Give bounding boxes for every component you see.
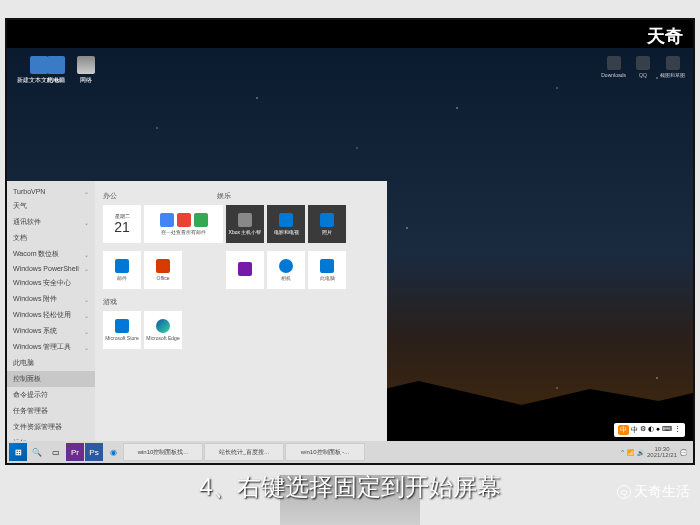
tray-notification-icon[interactable]: 💬 — [680, 449, 687, 456]
taskbar-app-ps[interactable]: Ps — [85, 443, 103, 461]
ime-indicator: 中 — [618, 425, 629, 435]
start-menu: TurboVPN⌄ 天气 通讯软件⌄ 文档 Wacom 数位板⌄ Windows… — [7, 181, 387, 441]
start-item[interactable]: 天气 — [7, 198, 95, 214]
tray-qq-icon[interactable]: QQ — [636, 56, 650, 78]
google-suite-tile[interactable]: 在一处查看所有邮件 — [144, 205, 223, 243]
tutorial-caption: 4、右键选择固定到开始屏幕 — [0, 471, 700, 503]
taskbar-app-pr[interactable]: Pr — [66, 443, 84, 461]
start-item[interactable]: 命令提示符 — [7, 387, 95, 403]
tray-snip-icon[interactable]: 截图和草图 — [660, 56, 685, 78]
mail-tile[interactable]: 邮件 — [103, 251, 141, 289]
ime-btn: 中 — [631, 425, 638, 435]
tray-chevron-icon[interactable]: ^ — [621, 449, 624, 455]
start-item[interactable]: Windows 系统⌄ — [7, 323, 95, 339]
movies-tile[interactable]: 电影和电视 — [267, 205, 305, 243]
start-item[interactable]: 任务管理器 — [7, 403, 95, 419]
edge-tile[interactable]: Microsoft Edge — [144, 311, 182, 349]
start-item-control-panel[interactable]: 控制面板 — [7, 371, 95, 387]
taskbar-task[interactable]: 站长统计_百度搜... — [204, 443, 284, 461]
brand-logo: Q 天奇生活 — [617, 483, 690, 501]
ime-btn: ● — [656, 425, 660, 435]
start-item[interactable]: TurboVPN⌄ — [7, 185, 95, 198]
desktop-icon-network[interactable]: 网络 — [77, 56, 95, 85]
tray-date[interactable]: 2021/12/21 — [647, 452, 677, 458]
ime-btn: ⚙ — [640, 425, 646, 435]
ime-btn: ⋮ — [674, 425, 681, 435]
start-button[interactable]: ⊞ — [9, 443, 27, 461]
start-item[interactable]: Wacom 数位板⌄ — [7, 246, 95, 262]
start-app-list: TurboVPN⌄ 天气 通讯软件⌄ 文档 Wacom 数位板⌄ Windows… — [7, 181, 95, 441]
xbox-tile[interactable]: Xbox 主机小帮 — [226, 205, 264, 243]
office-tile[interactable]: Office — [144, 251, 182, 289]
msstore-tile[interactable]: Microsoft Store — [103, 311, 141, 349]
calendar-tile[interactable]: 星期二21 — [103, 205, 141, 243]
start-item[interactable]: Windows PowerShell⌄ — [7, 262, 95, 275]
photos-tile[interactable]: 照片 — [308, 205, 346, 243]
tray-downloads-icon[interactable]: Downloads — [601, 56, 626, 78]
tray-network-icon[interactable]: 📶 — [627, 449, 634, 456]
ime-btn: ◐ — [648, 425, 654, 435]
taskbar: ⊞ 🔍 ▭ Pr Ps ◉ win10控制面板找... 站长统计_百度搜... … — [7, 441, 693, 463]
camera-tile[interactable]: 相机 — [267, 251, 305, 289]
taskbar-search-icon[interactable]: 🔍 — [28, 443, 46, 461]
onenote-tile[interactable] — [226, 251, 264, 289]
taskbar-app-edge[interactable]: ◉ — [104, 443, 122, 461]
watermark-logo: 天奇 — [647, 24, 683, 48]
taskbar-task[interactable]: win10控制面板 -... — [285, 443, 365, 461]
tray-volume-icon[interactable]: 🔊 — [637, 449, 644, 456]
start-item[interactable]: Windows 管理工具⌄ — [7, 339, 95, 355]
start-item[interactable]: Windows 轻松使用⌄ — [7, 307, 95, 323]
start-item[interactable]: 文件资源管理器 — [7, 419, 95, 435]
desktop-icon-thispc[interactable]: 此电脑 — [47, 56, 65, 85]
thispc-tile[interactable]: 此电脑 — [308, 251, 346, 289]
start-item[interactable]: 文档 — [7, 230, 95, 246]
system-tray[interactable]: ^ 📶 🔊 10:30 2021/12/21 💬 — [621, 446, 691, 458]
ime-btn: ⌨ — [662, 425, 672, 435]
taskbar-task[interactable]: win10控制面板找... — [123, 443, 203, 461]
start-item[interactable]: Windows 附件⌄ — [7, 291, 95, 307]
tile-section-label: 游戏 — [103, 297, 379, 307]
tile-section-label: 娱乐 — [217, 191, 231, 201]
start-item[interactable]: 通讯软件⌄ — [7, 214, 95, 230]
ime-language-bar[interactable]: 中 中 ⚙ ◐ ● ⌨ ⋮ — [614, 423, 685, 437]
desktop[interactable]: 新建文本文档.txt 此电脑 网络 Downloads QQ 截图和草图 中 中… — [7, 48, 693, 463]
taskbar-taskview-icon[interactable]: ▭ — [47, 443, 65, 461]
brand-q-icon: Q — [617, 485, 631, 499]
start-item[interactable]: 此电脑 — [7, 355, 95, 371]
tile-section-label: 办公 — [103, 191, 117, 201]
start-item[interactable]: Windows 安全中心 — [7, 275, 95, 291]
